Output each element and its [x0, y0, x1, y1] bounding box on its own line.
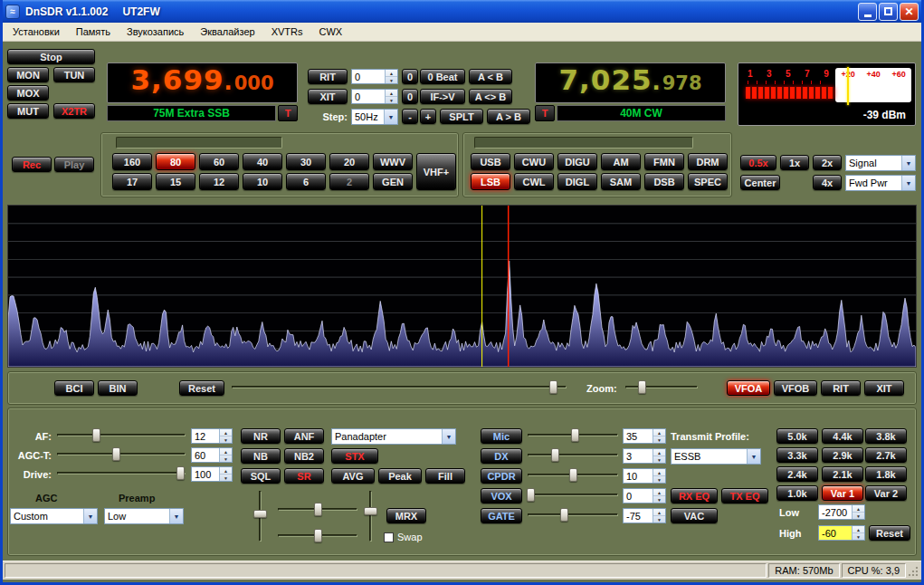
mode-button-spec[interactable]: SPEC — [688, 173, 728, 190]
mrx-pan-sub-slider[interactable] — [278, 529, 357, 543]
titlebar[interactable]: ≈ DnSDR v1.1.002 UT2FW ✕ — [3, 0, 921, 23]
close-button[interactable]: ✕ — [900, 3, 919, 21]
vox-slider-thumb[interactable] — [527, 488, 535, 502]
drive-spinner[interactable]: 100 ▲▼ — [191, 466, 233, 482]
chevron-down-icon[interactable]: ▼ — [901, 156, 915, 170]
menu-item-recording[interactable]: Звукозапись — [119, 24, 192, 40]
spin-up-icon[interactable]: ▲ — [653, 469, 665, 476]
band-button-gen[interactable]: GEN — [373, 173, 413, 190]
tun-button[interactable]: TUN — [53, 67, 95, 82]
drive-slider[interactable] — [57, 466, 186, 481]
spin-down-icon[interactable]: ▼ — [386, 77, 397, 83]
filter-button-5-0k[interactable]: 5.0k — [776, 428, 818, 444]
stx-button[interactable]: STX — [331, 448, 378, 464]
xit-zero-button[interactable]: 0 — [402, 89, 418, 104]
mode-button-digl[interactable]: DIGL — [557, 173, 597, 190]
bci-button[interactable]: BCI — [54, 380, 94, 396]
spin-down-icon[interactable]: ▼ — [220, 456, 232, 462]
meter-tx-combo[interactable]: Fwd Pwr ▼ — [845, 175, 916, 191]
spin-down-icon[interactable]: ▼ — [220, 436, 232, 443]
chevron-down-icon[interactable]: ▼ — [83, 509, 97, 523]
mode-button-digu[interactable]: DIGU — [557, 153, 597, 170]
chevron-down-icon[interactable]: ▼ — [747, 449, 760, 464]
cpdr-spinner[interactable]: 10 ▲▼ — [623, 468, 666, 484]
split-button[interactable]: SPLT — [440, 109, 483, 124]
spin-up-icon[interactable]: ▲ — [853, 505, 864, 513]
band-button-6[interactable]: 6 — [286, 173, 326, 190]
zero-beat-button[interactable]: 0 Beat — [420, 69, 465, 84]
band-button-20[interactable]: 20 — [329, 153, 369, 170]
rit-tune-button[interactable]: RIT — [821, 380, 861, 396]
mode-button-sam[interactable]: SAM — [601, 173, 641, 190]
spin-up-icon[interactable]: ▲ — [220, 429, 232, 436]
mode-button-am[interactable]: AM — [601, 153, 641, 170]
agct-spinner[interactable]: 60 ▲▼ — [191, 447, 233, 463]
rit-spinner[interactable]: 0 ▲▼ — [351, 69, 398, 84]
spin-up-icon[interactable]: ▲ — [653, 509, 665, 516]
spin-down-icon[interactable]: ▼ — [653, 456, 665, 463]
vfo-a-display[interactable]: 3,699 . 000 — [107, 62, 298, 103]
step-down-button[interactable]: - — [402, 109, 418, 124]
mrx-pan-sub-thumb[interactable] — [314, 529, 322, 542]
mode-button-drm[interactable]: DRM — [688, 153, 728, 170]
mic-button[interactable]: Mic — [481, 428, 522, 444]
filter-button-3-3k[interactable]: 3.3k — [776, 447, 818, 463]
play-button[interactable]: Play — [54, 157, 94, 172]
bin-button[interactable]: BIN — [98, 380, 138, 396]
subrx-gain-slider[interactable] — [253, 491, 268, 542]
filter-button-var1[interactable]: Var 1 — [822, 485, 863, 501]
mode-button-dsb[interactable]: DSB — [644, 173, 684, 190]
a-swap-b-button[interactable]: A <> B — [469, 89, 512, 104]
agct-slider-thumb[interactable] — [112, 447, 120, 461]
if-to-vfo-button[interactable]: IF->V — [420, 89, 465, 104]
sr-button[interactable]: SR — [284, 468, 324, 484]
rit-button[interactable]: RIT — [308, 69, 348, 84]
dx-slider-thumb[interactable] — [551, 448, 559, 462]
sql-button[interactable]: SQL — [241, 468, 281, 484]
maximize-button[interactable] — [879, 3, 898, 21]
gate-spinner[interactable]: -75 ▲▼ — [623, 508, 666, 523]
agc-combo[interactable]: Custom ▼ — [10, 508, 98, 524]
mode-button-cwu[interactable]: CWU — [514, 153, 554, 170]
mic-spinner[interactable]: 35 ▲▼ — [623, 428, 666, 444]
af-spinner[interactable]: 12 ▲▼ — [191, 428, 233, 444]
band-button-12[interactable]: 12 — [199, 173, 239, 190]
filter-reset-button[interactable]: Reset — [869, 525, 910, 541]
xit-tune-button[interactable]: XIT — [864, 380, 904, 396]
menu-item-settings[interactable]: Установки — [5, 24, 68, 40]
band-button-160[interactable]: 160 — [112, 153, 152, 170]
subrx-gain-slider-thumb[interactable] — [253, 510, 267, 518]
filter-button-2-4k[interactable]: 2.4k — [776, 466, 818, 482]
spin-down-icon[interactable]: ▼ — [386, 97, 397, 103]
rec-button[interactable]: Rec — [12, 157, 52, 172]
mox-button[interactable]: MOX — [7, 85, 49, 101]
filter-button-1-0k[interactable]: 1.0k — [776, 485, 818, 501]
af-slider[interactable] — [57, 428, 186, 443]
gate-slider[interactable] — [528, 508, 618, 523]
vfob-tune-button[interactable]: VFOB — [774, 380, 817, 396]
tune-slider-thumb[interactable] — [549, 380, 557, 394]
spin-up-icon[interactable]: ▲ — [653, 489, 665, 496]
avg-button[interactable]: AVG — [331, 468, 375, 484]
tx-eq-button[interactable]: TX EQ — [721, 488, 768, 503]
vfo-b-display[interactable]: 7,025 . 978 — [535, 62, 726, 103]
vfoa-tune-button[interactable]: VFOA — [727, 380, 770, 396]
spin-down-icon[interactable]: ▼ — [220, 475, 232, 481]
dx-spinner[interactable]: 3 ▲▼ — [623, 448, 666, 464]
spin-up-icon[interactable]: ▲ — [386, 70, 397, 77]
rit-zero-button[interactable]: 0 — [402, 69, 418, 84]
af-slider-thumb[interactable] — [92, 428, 100, 442]
spin-up-icon[interactable]: ▲ — [220, 467, 232, 475]
band-button-15[interactable]: 15 — [156, 173, 195, 190]
menu-item-cwx[interactable]: CWX — [311, 24, 351, 40]
zoom-slider[interactable] — [625, 380, 698, 395]
mic-slider-thumb[interactable] — [571, 428, 579, 442]
filter-button-1-8k[interactable]: 1.8k — [865, 466, 907, 482]
mrx-button[interactable]: MRX — [386, 508, 426, 523]
menu-item-equalizer[interactable]: Эквалайзер — [192, 24, 262, 40]
b-to-a-button[interactable]: A > B — [487, 109, 530, 124]
mode-button-usb[interactable]: USB — [471, 153, 510, 170]
chevron-down-icon[interactable]: ▼ — [901, 176, 915, 190]
mode-button-lsb[interactable]: LSB — [471, 173, 510, 190]
spin-up-icon[interactable]: ▲ — [220, 448, 232, 456]
